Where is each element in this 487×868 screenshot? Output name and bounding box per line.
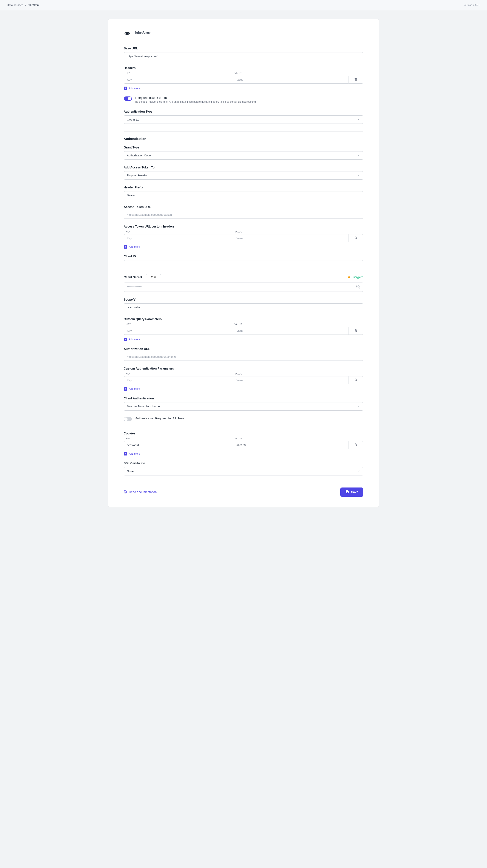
custom-query-params-value-input[interactable]	[233, 327, 348, 335]
kv-key-header: KEY	[124, 372, 233, 375]
cookies-add-more-button[interactable]: + Add more	[124, 452, 363, 456]
auth-required-toggle[interactable]	[124, 417, 132, 421]
field-client-secret: Client Secret Edit Encrypted ***********…	[124, 274, 363, 292]
headers-key-input[interactable]	[124, 75, 233, 84]
client-authentication-select[interactable]: Send as Basic Auth header	[124, 402, 363, 410]
add-more-label: Add more	[129, 388, 140, 391]
base-url-label: Base URL	[124, 46, 363, 50]
client-authentication-label: Client Authentication	[124, 397, 363, 400]
trash-icon	[354, 236, 357, 240]
access-token-url-input[interactable]	[124, 211, 363, 219]
read-docs-label: Read documentation	[129, 490, 156, 494]
field-ssl-certificate: SSL Certificate None	[124, 462, 363, 475]
client-secret-edit-button[interactable]: Edit	[146, 274, 161, 280]
footer-row: Read documentation Save	[124, 488, 363, 497]
kv-key-header: KEY	[124, 230, 233, 233]
field-auth-type: Authentication Type OAuth 2.0	[124, 110, 363, 124]
chevron-down-icon	[357, 154, 360, 157]
client-secret-mask: **************	[127, 285, 142, 289]
read-documentation-link[interactable]: Read documentation	[124, 490, 156, 494]
authorization-url-input[interactable]	[124, 353, 363, 361]
headers-add-more-button[interactable]: + Add more	[124, 87, 363, 90]
breadcrumb-root[interactable]: Data sources	[7, 3, 24, 7]
page-title-row: fakeStore	[124, 29, 363, 36]
access-token-headers-value-input[interactable]	[233, 234, 348, 242]
lock-icon	[347, 275, 350, 279]
trash-icon	[354, 378, 357, 382]
trash-icon	[354, 78, 357, 82]
headers-label: Headers	[124, 66, 363, 70]
client-id-input[interactable]	[124, 260, 363, 268]
access-token-headers-label: Access Token URL custom headers	[124, 225, 363, 228]
cookies-key-input[interactable]	[124, 441, 233, 449]
cookies-value-input[interactable]	[233, 441, 348, 449]
base-url-input[interactable]	[124, 52, 363, 60]
custom-auth-params-key-input[interactable]	[124, 376, 233, 384]
svg-line-6	[125, 492, 126, 493]
custom-auth-params-delete-button[interactable]	[348, 376, 363, 384]
custom-query-params-column-headers: KEY VALUE	[124, 323, 363, 327]
field-access-token-url: Access Token URL	[124, 205, 363, 219]
headers-value-input[interactable]	[233, 75, 348, 84]
encrypted-tag: Encrypted	[347, 275, 363, 279]
eye-off-icon[interactable]	[356, 285, 360, 289]
header-prefix-label: Header Prefix	[124, 186, 363, 189]
field-headers: Headers KEY VALUE + Add more	[124, 66, 363, 90]
add-more-label: Add more	[129, 245, 140, 248]
field-cookies: Cookies KEY VALUE + Add more	[124, 432, 363, 456]
field-custom-query-params: Custom Query Parameters KEY VALUE + Add …	[124, 317, 363, 341]
field-custom-auth-params: Custom Authentication Parameters KEY VAL…	[124, 367, 363, 391]
svg-rect-8	[347, 492, 348, 493]
plus-icon: +	[124, 338, 127, 341]
svg-rect-3	[348, 277, 350, 278]
save-label: Save	[351, 490, 358, 494]
retry-toggle-label: Retry on network errors	[135, 96, 256, 99]
ssl-certificate-select[interactable]: None	[124, 467, 363, 475]
client-authentication-value: Send as Basic Auth header	[127, 405, 161, 408]
ssl-certificate-label: SSL Certificate	[124, 462, 363, 465]
custom-query-params-delete-button[interactable]	[348, 327, 363, 335]
add-more-label: Add more	[129, 452, 140, 455]
breadcrumb: Data sources › fakeStore	[7, 3, 40, 7]
access-token-headers-key-input[interactable]	[124, 234, 233, 242]
headers-row	[124, 75, 363, 84]
add-more-label: Add more	[129, 87, 140, 90]
scopes-input[interactable]	[124, 303, 363, 311]
custom-auth-params-label: Custom Authentication Parameters	[124, 367, 363, 370]
kv-value-header: VALUE	[233, 372, 347, 375]
custom-query-params-add-more-button[interactable]: + Add more	[124, 338, 363, 341]
main-card: fakeStore Base URL Headers KEY VALUE + A…	[108, 19, 379, 507]
cookies-row	[124, 441, 363, 449]
access-token-headers-row	[124, 234, 363, 242]
grant-type-select[interactable]: Authorization Code	[124, 151, 363, 160]
plus-icon: +	[124, 387, 127, 391]
grant-type-value: Authorization Code	[127, 154, 151, 157]
header-prefix-input[interactable]	[124, 191, 363, 199]
authorization-url-label: Authorization URL	[124, 347, 363, 351]
headers-key-header: KEY	[124, 72, 233, 74]
custom-auth-params-value-input[interactable]	[233, 376, 348, 384]
save-button[interactable]: Save	[340, 488, 363, 497]
custom-query-params-key-input[interactable]	[124, 327, 233, 335]
client-secret-label: Client Secret	[124, 275, 142, 279]
custom-auth-params-add-more-button[interactable]: + Add more	[124, 387, 363, 391]
retry-toggle[interactable]	[124, 96, 132, 101]
authentication-section-title: Authentication	[124, 137, 363, 141]
add-access-token-to-select[interactable]: Request Header	[124, 171, 363, 180]
kv-key-header: KEY	[124, 323, 233, 326]
version-label: Version 2.65.0	[463, 4, 480, 7]
chevron-down-icon	[357, 405, 360, 408]
auth-type-select[interactable]: OAuth 2.0	[124, 115, 363, 124]
kv-value-header: VALUE	[233, 230, 347, 233]
trash-icon	[354, 443, 357, 447]
access-token-headers-delete-button[interactable]	[348, 234, 363, 242]
client-secret-input[interactable]: **************	[124, 282, 363, 292]
field-scopes: Scope(s)	[124, 298, 363, 311]
svg-point-5	[125, 492, 125, 492]
headers-delete-button[interactable]	[348, 75, 363, 84]
svg-point-2	[125, 32, 129, 34]
datasource-logo-icon	[124, 29, 131, 36]
cookies-delete-button[interactable]	[348, 441, 363, 449]
field-base-url: Base URL	[124, 46, 363, 60]
access-token-headers-add-more-button[interactable]: + Add more	[124, 245, 363, 249]
